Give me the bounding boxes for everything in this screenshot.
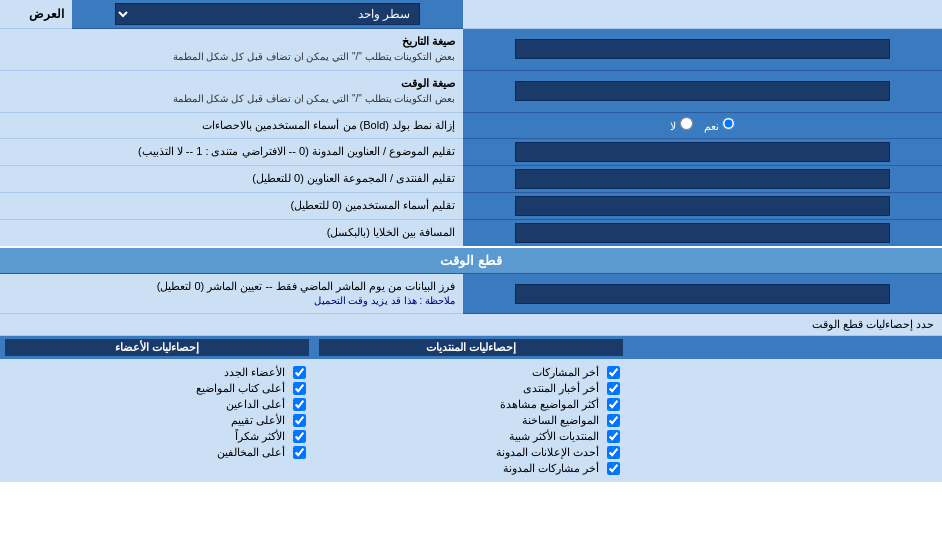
checkboxes-section: إحصاءليات المنتديات إحصاءليات الأعضاء أخ…: [0, 336, 942, 483]
checkbox-c2-5[interactable]: [293, 446, 306, 459]
topic-align-cell: 33: [463, 138, 942, 165]
date-format-label-line1: صيغة التاريخ: [8, 34, 455, 49]
username-trim-label: تقليم أسماء المستخدمين (0 للتعطيل): [0, 192, 463, 219]
checkbox-item-c2-4: الأكثر شكراً: [8, 430, 306, 443]
checkbox-label-c2-4: الأكثر شكراً: [235, 430, 285, 443]
cutoff-value-input[interactable]: 0: [515, 284, 890, 304]
checkbox-label-6: أخر مشاركات المدونة: [503, 462, 599, 475]
time-format-label: صيغة الوقت بعض التكوينات يتطلب "/" التي …: [0, 70, 463, 112]
checkbox-item-3: المواضيع الساخنة: [322, 414, 620, 427]
forum-align-input[interactable]: 33: [515, 169, 890, 189]
checkbox-c2-3[interactable]: [293, 414, 306, 427]
forum-align-cell: 33: [463, 165, 942, 192]
checkbox-label-c2-5: أعلى المخالفين: [217, 446, 285, 459]
checkbox-item-6: أخر مشاركات المدونة: [322, 462, 620, 475]
checkbox-1[interactable]: [607, 382, 620, 395]
cutoff-label-line1: فرز البيانات من يوم الماشر الماضي فقط --…: [8, 279, 455, 294]
checkbox-c2-2[interactable]: [293, 398, 306, 411]
checkbox-5[interactable]: [607, 446, 620, 459]
checkbox-label-c2-3: الأعلى تقييم: [231, 414, 285, 427]
empty-col3: [628, 359, 942, 482]
display-mode-select[interactable]: سطر واحد سطران ثلاثة أسطر: [115, 3, 420, 25]
checkbox-item-c2-5: أعلى المخالفين: [8, 446, 306, 459]
bold-remove-cell: نعم لا: [463, 112, 942, 138]
date-format-input[interactable]: d-m: [515, 39, 890, 59]
checkbox-item-c2-1: أعلى كتاب المواضيع: [8, 382, 306, 395]
date-format-label: صيغة التاريخ بعض التكوينات يتطلب "/" الت…: [0, 29, 463, 71]
cutoff-value-cell: 0: [463, 273, 942, 313]
username-trim-input[interactable]: 0: [515, 196, 890, 216]
display-mode-cell: سطر واحد سطران ثلاثة أسطر: [72, 0, 464, 29]
checkbox-label-c2-1: أعلى كتاب المواضيع: [196, 382, 285, 395]
time-format-input[interactable]: H:i: [515, 81, 890, 101]
col1-header-cell: إحصاءليات المنتديات: [314, 336, 628, 359]
time-format-label-line1: صيغة الوقت: [8, 76, 455, 91]
checkbox-item-c2-3: الأعلى تقييم: [8, 414, 306, 427]
bold-no-radio[interactable]: [680, 117, 693, 130]
bold-no-label: لا: [670, 120, 676, 132]
checkbox-item-0: أخر المشاركات: [322, 366, 620, 379]
checkbox-c2-4[interactable]: [293, 430, 306, 443]
checkbox-c2-1[interactable]: [293, 382, 306, 395]
apply-cutoff-label: حدد إحصاءليات قطع الوقت: [0, 314, 942, 336]
col2-header-cell: إحصاءليات الأعضاء: [0, 336, 314, 359]
settings-table: سطر واحد سطران ثلاثة أسطر العرض d-m صيغة…: [0, 0, 942, 482]
checkbox-label-c2-0: الأعضاء الجدد: [224, 366, 285, 379]
date-format-label-line2: بعض التكوينات يتطلب "/" التي يمكن ان تضا…: [173, 51, 455, 62]
checkbox-label-c2-2: أعلى الداعين: [226, 398, 285, 411]
checkbox-item-1: أخر أخبار المنتدى: [322, 382, 620, 395]
col1-items: أخر المشاركات أخر أخبار المنتدى أكثر الم…: [314, 359, 628, 482]
cutoff-label-line2: ملاحظة : هذا قد يزيد وقت التحميل: [8, 294, 455, 308]
checkbox-item-c2-0: الأعضاء الجدد: [8, 366, 306, 379]
checkbox-item-4: المنتديات الأكثر شبية: [322, 430, 620, 443]
date-format-cell: d-m: [463, 29, 942, 71]
bold-remove-label: إزالة نمط بولد (Bold) من أسماء المستخدمي…: [0, 112, 463, 138]
checkbox-3[interactable]: [607, 414, 620, 427]
topic-align-input[interactable]: 33: [515, 142, 890, 162]
display-mode-label: [463, 0, 942, 29]
forum-align-label: تقليم الفنتدى / المجموعة العناوين (0 للت…: [0, 165, 463, 192]
checkbox-4[interactable]: [607, 430, 620, 443]
col2-header: إحصاءليات الأعضاء: [5, 339, 309, 356]
username-trim-cell: 0: [463, 192, 942, 219]
checkbox-item-c2-2: أعلى الداعين: [8, 398, 306, 411]
checkbox-0[interactable]: [607, 366, 620, 379]
cutoff-label: فرز البيانات من يوم الماشر الماضي فقط --…: [0, 273, 463, 313]
cell-spacing-label: المسافة بين الخلايا (بالبكسل): [0, 219, 463, 247]
time-format-cell: H:i: [463, 70, 942, 112]
page-title: العرض: [0, 0, 72, 29]
checkbox-label-3: المواضيع الساخنة: [522, 414, 599, 427]
checkbox-label-1: أخر أخبار المنتدى: [523, 382, 599, 395]
topic-align-label: تقليم الموضوع / العناوين المدونة (0 -- ا…: [0, 138, 463, 165]
time-format-label-line2: بعض التكوينات يتطلب "/" التي يمكن ان تضا…: [173, 93, 455, 104]
cutoff-section-header: قطع الوقت: [0, 247, 942, 274]
checkbox-item-5: أحدث الإعلانات المدونة: [322, 446, 620, 459]
checkbox-c2-0[interactable]: [293, 366, 306, 379]
checkbox-label-2: أكثر المواضيع مشاهدة: [500, 398, 599, 411]
bold-yes-label: نعم: [704, 120, 719, 132]
col2-items: الأعضاء الجدد أعلى كتاب المواضيع أعلى ال…: [0, 359, 314, 482]
checkbox-label-0: أخر المشاركات: [532, 366, 599, 379]
col1-header: إحصاءليات المنتديات: [319, 339, 623, 356]
checkbox-label-4: المنتديات الأكثر شبية: [509, 430, 599, 443]
bold-yes-radio[interactable]: [722, 117, 735, 130]
cell-spacing-cell: 2: [463, 219, 942, 247]
checkbox-label-5: أحدث الإعلانات المدونة: [496, 446, 599, 459]
cell-spacing-input[interactable]: 2: [515, 223, 890, 243]
checkbox-6[interactable]: [607, 462, 620, 475]
checkbox-2[interactable]: [607, 398, 620, 411]
col3-header-cell: [628, 336, 942, 359]
checkbox-item-2: أكثر المواضيع مشاهدة: [322, 398, 620, 411]
